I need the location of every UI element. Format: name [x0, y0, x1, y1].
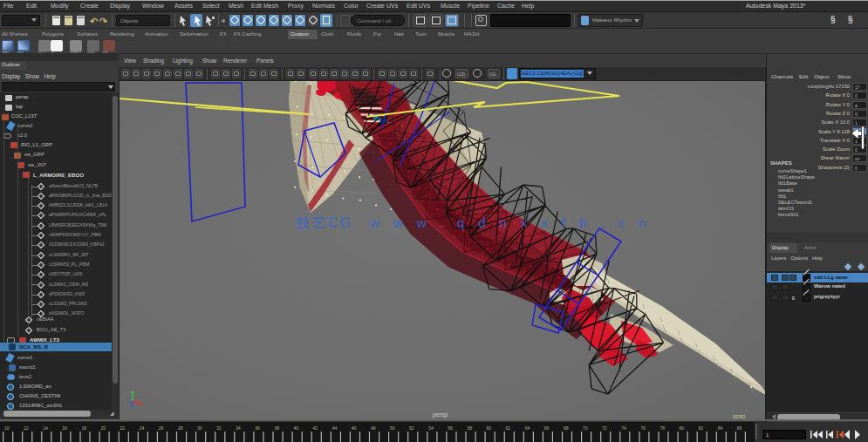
svg-text:64: 64 [525, 425, 530, 431]
svg-text:12: 12 [24, 425, 29, 431]
svg-text:86: 86 [737, 425, 742, 431]
svg-text:persp: persp [433, 411, 448, 418]
svg-text:40: 40 [294, 425, 299, 431]
svg-text:技艺CG: 技艺CG [296, 215, 352, 230]
svg-text:74: 74 [621, 425, 626, 431]
svg-text:60: 60 [487, 425, 492, 431]
svg-text:78: 78 [660, 425, 665, 431]
svg-text:68: 68 [564, 425, 569, 431]
svg-text:62: 62 [506, 425, 511, 431]
svg-text:80: 80 [680, 425, 685, 431]
svg-text:48: 48 [371, 425, 376, 431]
svg-text:16: 16 [62, 425, 67, 431]
svg-text:70: 70 [583, 425, 588, 431]
svg-text:38: 38 [274, 425, 279, 431]
svg-text:10: 10 [4, 425, 10, 431]
svg-text:46: 46 [352, 425, 357, 431]
svg-text:32: 32 [216, 425, 222, 431]
svg-text:14: 14 [43, 425, 48, 431]
svg-text:24: 24 [140, 425, 145, 431]
svg-text:28: 28 [178, 425, 183, 431]
svg-text:34: 34 [236, 425, 241, 431]
svg-text:54: 54 [428, 425, 434, 431]
svg-text:18: 18 [81, 425, 86, 431]
svg-text:76: 76 [640, 425, 646, 431]
svg-text:22: 22 [120, 425, 126, 431]
svg-text:www.qdnxxfb.cn: www.qdnxxfb.cn [369, 215, 660, 230]
svg-text:56: 56 [448, 425, 453, 431]
svg-text:26: 26 [159, 425, 164, 431]
svg-text:58: 58 [467, 425, 472, 431]
svg-text:50: 50 [390, 425, 395, 431]
svg-text:36: 36 [255, 425, 260, 431]
svg-text:30: 30 [197, 425, 202, 431]
svg-text:82: 82 [699, 425, 704, 431]
svg-text:72: 72 [602, 425, 607, 431]
svg-text:42: 42 [313, 425, 318, 431]
svg-text:52: 52 [409, 425, 414, 431]
svg-text:44: 44 [332, 425, 338, 431]
svg-text:66: 66 [544, 425, 550, 431]
svg-text:84: 84 [718, 425, 723, 431]
svg-text:20: 20 [101, 425, 106, 431]
